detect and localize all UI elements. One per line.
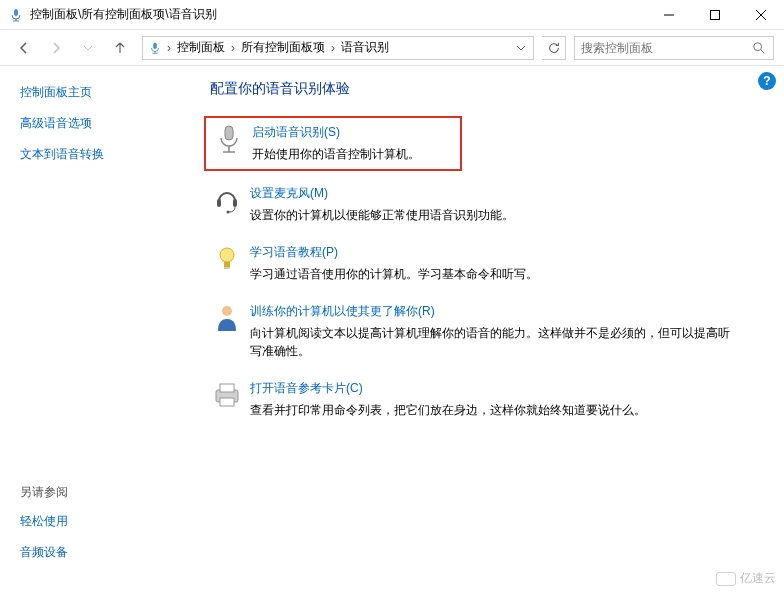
svg-rect-23 — [220, 384, 234, 392]
option-tutorial: 学习语音教程(P) 学习通过语音使用你的计算机。学习基本命令和听写。 — [210, 244, 764, 283]
breadcrumb-item[interactable]: 语音识别 — [337, 37, 393, 59]
svg-point-10 — [754, 42, 762, 50]
watermark: 亿速云 — [716, 570, 776, 587]
reference-card-link[interactable]: 打开语音参考卡片(C) — [250, 381, 363, 395]
microphone-icon — [145, 41, 165, 55]
search-box[interactable] — [574, 36, 774, 60]
window-controls — [646, 0, 784, 29]
svg-point-17 — [227, 211, 230, 214]
item-desc: 设置你的计算机以便能够正常使用语音识别功能。 — [250, 206, 514, 224]
search-icon[interactable] — [745, 41, 773, 55]
svg-point-21 — [222, 306, 232, 316]
sidebar-link-tts[interactable]: 文本到语音转换 — [20, 146, 180, 163]
maximize-button[interactable] — [692, 0, 738, 29]
svg-rect-4 — [711, 10, 720, 19]
page-heading: 配置你的语音识别体验 — [210, 80, 764, 98]
window-title: 控制面板\所有控制面板项\语音识别 — [30, 6, 646, 23]
option-setup-mic: 设置麦克风(M) 设置你的计算机以便能够正常使用语音识别功能。 — [210, 185, 764, 224]
item-desc: 学习通过语音使用你的计算机。学习基本命令和听写。 — [250, 265, 538, 283]
microphone-icon — [212, 124, 246, 158]
chevron-down-icon[interactable] — [511, 43, 531, 53]
address-bar[interactable]: › 控制面板 › 所有控制面板项 › 语音识别 — [142, 36, 534, 60]
breadcrumb-item[interactable]: 所有控制面板项 — [237, 37, 329, 59]
forward-button[interactable] — [42, 34, 70, 62]
control-panel-home-link[interactable]: 控制面板主页 — [20, 84, 180, 101]
breadcrumb-item[interactable]: 控制面板 — [173, 37, 229, 59]
see-also-heading: 另请参阅 — [20, 484, 180, 501]
item-desc: 查看并打印常用命令列表，把它们放在身边，这样你就始终知道要说什么。 — [250, 401, 646, 419]
up-button[interactable] — [106, 34, 134, 62]
chevron-right-icon[interactable]: › — [165, 41, 173, 55]
option-start-speech: 启动语音识别(S) 开始使用你的语音控制计算机。 — [204, 116, 462, 171]
option-train: 训练你的计算机以使其更了解你(R) 向计算机阅读文本以提高计算机理解你的语音的能… — [210, 303, 764, 360]
microphone-icon — [8, 7, 24, 23]
navbar: › 控制面板 › 所有控制面板项 › 语音识别 — [0, 30, 784, 66]
sidebar-link-audio-devices[interactable]: 音频设备 — [20, 544, 180, 561]
svg-rect-0 — [14, 9, 18, 16]
printer-icon — [210, 380, 244, 414]
sidebar-link-ease-of-access[interactable]: 轻松使用 — [20, 513, 180, 530]
headset-icon — [210, 185, 244, 219]
close-button[interactable] — [738, 0, 784, 29]
svg-rect-16 — [233, 199, 237, 207]
svg-rect-12 — [225, 126, 233, 140]
person-icon — [210, 303, 244, 337]
start-speech-link[interactable]: 启动语音识别(S) — [252, 125, 340, 139]
setup-mic-link[interactable]: 设置麦克风(M) — [250, 186, 328, 200]
minimize-button[interactable] — [646, 0, 692, 29]
item-desc: 向计算机阅读文本以提高计算机理解你的语音的能力。这样做并不是必须的，但可以提高听… — [250, 324, 730, 360]
item-desc: 开始使用你的语音控制计算机。 — [252, 145, 420, 163]
option-reference-card: 打开语音参考卡片(C) 查看并打印常用命令列表，把它们放在身边，这样你就始终知道… — [210, 380, 764, 419]
svg-rect-15 — [217, 199, 221, 207]
chevron-right-icon[interactable]: › — [329, 41, 337, 55]
main-content: ? 配置你的语音识别体验 启动语音识别(S) 开始使用你的语音控制计算机。 设置… — [200, 66, 784, 593]
chevron-right-icon[interactable]: › — [229, 41, 237, 55]
titlebar: 控制面板\所有控制面板项\语音识别 — [0, 0, 784, 30]
svg-rect-7 — [153, 42, 157, 48]
tutorial-link[interactable]: 学习语音教程(P) — [250, 245, 338, 259]
train-link[interactable]: 训练你的计算机以使其更了解你(R) — [250, 304, 435, 318]
refresh-button[interactable] — [542, 36, 566, 60]
recent-locations-button[interactable] — [74, 34, 102, 62]
svg-rect-19 — [224, 262, 230, 267]
svg-rect-24 — [220, 398, 234, 406]
watermark-text: 亿速云 — [740, 570, 776, 587]
sidebar: 控制面板主页 高级语音选项 文本到语音转换 另请参阅 轻松使用 音频设备 — [0, 66, 200, 593]
svg-point-18 — [220, 248, 234, 262]
back-button[interactable] — [10, 34, 38, 62]
sidebar-link-advanced[interactable]: 高级语音选项 — [20, 115, 180, 132]
svg-line-11 — [761, 49, 765, 53]
search-input[interactable] — [575, 41, 745, 55]
help-icon[interactable]: ? — [758, 72, 776, 90]
cloud-icon — [716, 572, 736, 586]
lightbulb-icon — [210, 244, 244, 278]
